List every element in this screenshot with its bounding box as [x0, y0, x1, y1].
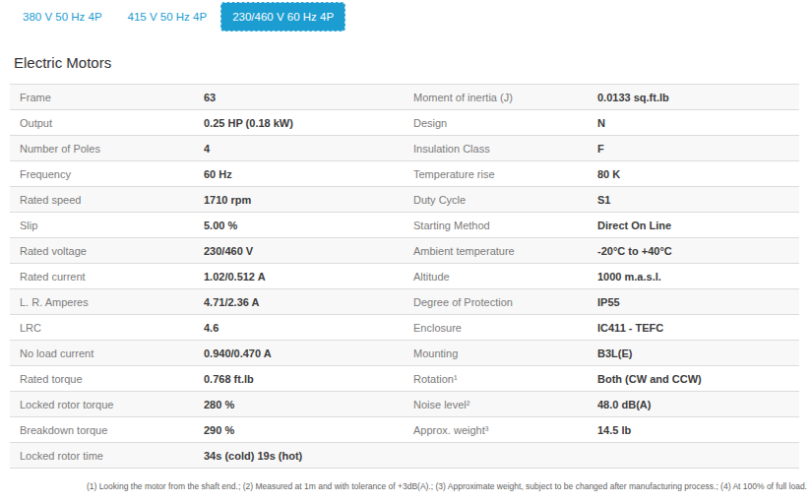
- row-value: 1.02/0.512 A: [204, 271, 404, 283]
- spec-table: Frame63Moment of inertia (J)0.0133 sq.ft…: [10, 84, 799, 469]
- row-label: Altitude: [404, 271, 597, 283]
- row-label: Approx. weight³: [404, 424, 597, 436]
- row-value: 60 Hz: [204, 168, 404, 180]
- row-label: Locked rotor torque: [10, 399, 204, 410]
- row-label: Design: [404, 117, 597, 129]
- table-row: Locked rotor time34s (cold) 19s (hot): [10, 443, 799, 469]
- row-value: Both (CW and CCW): [597, 373, 799, 385]
- row-label: Enclosure: [404, 322, 597, 334]
- row-label: L. R. Amperes: [10, 296, 204, 308]
- row-value: 0.0133 sq.ft.lb: [597, 92, 799, 103]
- footnotes: (1) Looking the motor from the shaft end…: [0, 481, 807, 491]
- row-label: Number of Poles: [10, 143, 204, 155]
- voltage-tab-bar: 380 V 50 Hz 4P415 V 50 Hz 4P230/460 V 60…: [0, 0, 812, 32]
- table-row: Rated voltage230/460 VAmbient temperatur…: [10, 238, 799, 264]
- row-label: Output: [10, 117, 204, 129]
- row-value: IC411 - TEFC: [597, 322, 799, 334]
- row-value: 0.768 ft.lb: [204, 373, 404, 385]
- table-row: Breakdown torque290 %Approx. weight³14.5…: [10, 417, 799, 443]
- table-row: Locked rotor torque280 %Noise level²48.0…: [10, 392, 799, 417]
- row-label: Duty Cycle: [404, 194, 597, 206]
- table-row: Output0.25 HP (0.18 kW)DesignN: [10, 110, 799, 136]
- table-row: Frequency60 HzTemperature rise80 K: [10, 161, 799, 187]
- row-label: Ambient temperature: [404, 245, 597, 257]
- row-value: 14.5 lb: [597, 424, 799, 436]
- row-label: Rotation¹: [404, 373, 597, 385]
- row-label: Rated current: [10, 271, 204, 283]
- row-label: Slip: [10, 220, 204, 231]
- row-value: Direct On Line: [597, 220, 799, 231]
- table-row: Rated torque0.768 ft.lbRotation¹Both (CW…: [10, 366, 799, 392]
- row-value: 280 %: [204, 399, 404, 410]
- tab-380-v-50-hz-4p[interactable]: 380 V 50 Hz 4P: [11, 2, 114, 32]
- row-value: 1000 m.a.s.l.: [597, 271, 799, 283]
- row-label: Rated voltage: [10, 245, 204, 257]
- row-label: Temperature rise: [404, 168, 597, 180]
- table-row: Slip5.00 %Starting MethodDirect On Line: [10, 213, 799, 238]
- table-row: LRC4.6EnclosureIC411 - TEFC: [10, 315, 799, 341]
- table-row: Rated current1.02/0.512 AAltitude1000 m.…: [10, 264, 799, 289]
- table-row: No load current0.940/0.470 AMountingB3L(…: [10, 341, 799, 366]
- row-value: 4: [204, 143, 404, 155]
- table-row: L. R. Amperes4.71/2.36 ADegree of Protec…: [10, 289, 799, 315]
- tab-230-460-v-60-hz-4p[interactable]: 230/460 V 60 Hz 4P: [220, 2, 345, 32]
- row-value: 0.940/0.470 A: [204, 347, 404, 359]
- row-label: Rated speed: [10, 194, 204, 206]
- row-label: Frequency: [10, 168, 204, 180]
- row-value: 290 %: [204, 424, 404, 436]
- row-value: 0.25 HP (0.18 kW): [204, 117, 404, 129]
- row-label: Mounting: [404, 347, 597, 359]
- row-value: 63: [204, 92, 404, 103]
- table-row: Frame63Moment of inertia (J)0.0133 sq.ft…: [10, 85, 799, 110]
- row-value: 4.6: [204, 322, 404, 334]
- row-value: 34s (cold) 19s (hot): [204, 450, 404, 462]
- row-value: S1: [597, 194, 799, 206]
- row-value: 230/460 V: [204, 245, 404, 257]
- row-value: 4.71/2.36 A: [204, 296, 404, 308]
- row-label: Breakdown torque: [10, 424, 204, 436]
- row-label: Degree of Protection: [404, 296, 597, 308]
- table-row: Number of Poles4Insulation ClassF: [10, 136, 799, 161]
- row-value: 1710 rpm: [204, 194, 404, 206]
- row-value: IP55: [597, 296, 799, 308]
- row-label: No load current: [10, 347, 204, 359]
- row-label: Frame: [10, 92, 204, 103]
- row-label: LRC: [10, 322, 204, 334]
- table-row: Rated speed1710 rpmDuty CycleS1: [10, 187, 799, 213]
- row-value: F: [597, 143, 799, 155]
- row-label: Starting Method: [404, 220, 597, 231]
- row-value: 5.00 %: [204, 220, 404, 231]
- row-value: B3L(E): [597, 347, 799, 359]
- row-label: Insulation Class: [404, 143, 597, 155]
- page-title: Electric Motors: [14, 54, 812, 71]
- row-value: N: [597, 117, 799, 129]
- row-label: Locked rotor time: [10, 450, 204, 462]
- row-value: -20°C to +40°C: [597, 245, 799, 257]
- row-value: 48.0 dB(A): [597, 399, 799, 410]
- row-label: Rated torque: [10, 373, 204, 385]
- row-label: Noise level²: [404, 399, 597, 410]
- tab-415-v-50-hz-4p[interactable]: 415 V 50 Hz 4P: [116, 2, 219, 32]
- row-label: Moment of inertia (J): [404, 92, 597, 103]
- row-value: 80 K: [597, 168, 799, 180]
